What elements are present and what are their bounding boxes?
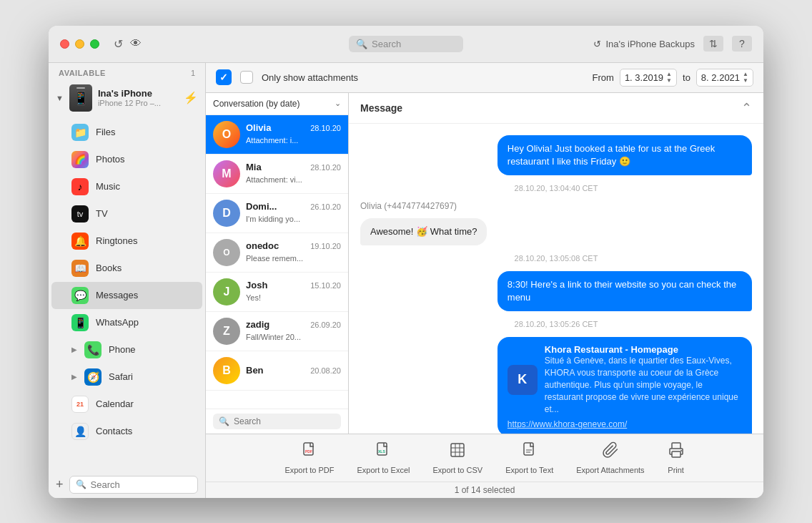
- device-model: iPhone 12 Pro –...: [98, 99, 178, 107]
- to-date-stepper[interactable]: ▲ ▼: [743, 72, 748, 84]
- conv-item-zadig[interactable]: Z zadig 26.09.20 Fall/Winter 20...: [206, 312, 348, 351]
- svg-rect-13: [672, 451, 680, 457]
- sidebar-item-label: WhatsApp: [96, 317, 139, 328]
- export-attachments-icon: [602, 441, 619, 463]
- sidebar-footer: + 🔍: [49, 471, 205, 498]
- sidebar-item-label: Files: [96, 127, 115, 137]
- calendar-icon: 21: [71, 396, 89, 413]
- conv-header: Olivia 28.10.20: [246, 122, 341, 133]
- export-text-button[interactable]: Export to Text: [505, 441, 553, 474]
- sidebar-item-safari[interactable]: ▶ 🧭 Safari: [51, 363, 202, 391]
- message-pane: Message ⌃ Hey Olivia! Just booked a tabl…: [349, 93, 763, 434]
- close-button[interactable]: [60, 39, 69, 49]
- from-date-stepper[interactable]: ▲ ▼: [666, 72, 672, 84]
- from-label: From: [593, 72, 614, 83]
- link-preview-logo: K: [508, 365, 538, 395]
- refresh-icon[interactable]: ↺: [114, 37, 123, 51]
- from-date-value: 1. 3.2019: [625, 72, 663, 83]
- from-date-input[interactable]: 1. 3.2019 ▲ ▼: [620, 69, 677, 87]
- sidebar-item-messages[interactable]: 💬 Messages: [51, 282, 202, 309]
- conv-header: onedoc 19.10.20: [246, 240, 341, 251]
- sidebar-item-contacts[interactable]: 👤 Contacts: [51, 418, 202, 445]
- print-button[interactable]: Print: [668, 441, 685, 474]
- sidebar-item-whatsapp[interactable]: 📱 WhatsApp: [51, 309, 202, 336]
- maximize-button[interactable]: [90, 39, 99, 49]
- export-attachments-button[interactable]: Export Attachments: [576, 441, 644, 474]
- conv-date: 20.08.20: [310, 366, 341, 375]
- checkbox-checked-icon[interactable]: ✓: [216, 69, 232, 85]
- sidebar-item-label: Books: [96, 263, 122, 273]
- conv-avatar-onedoc: O: [213, 239, 240, 266]
- export-pdf-button[interactable]: PDF Export to PDF: [284, 441, 334, 474]
- sort-button[interactable]: ⇅: [703, 36, 723, 52]
- books-icon: 📖: [71, 260, 89, 277]
- conv-avatar-mia: M: [213, 160, 240, 187]
- conv-search-input[interactable]: [234, 416, 335, 426]
- conv-name: Ben: [246, 365, 264, 376]
- conv-search-box[interactable]: 🔍: [213, 414, 341, 429]
- sidebar-search-input[interactable]: [91, 479, 192, 490]
- safari-chevron-icon: ▶: [71, 373, 77, 381]
- export-pdf-label: Export to PDF: [284, 466, 334, 474]
- help-button[interactable]: ?: [732, 36, 752, 52]
- sidebar-item-tv[interactable]: tv TV: [51, 200, 202, 228]
- sidebar-item-ringtones[interactable]: 🔔 Ringtones: [51, 228, 202, 255]
- export-csv-button[interactable]: Export to CSV: [432, 441, 482, 474]
- conv-item-josh[interactable]: J Josh 15.10.20 Yes!: [206, 273, 348, 312]
- ringtones-icon: 🔔: [71, 233, 89, 250]
- conv-avatar-ben: B: [213, 357, 240, 384]
- conv-item-olivia[interactable]: O Olivia 28.10.20 Attachment: i...: [206, 115, 348, 155]
- eye-icon[interactable]: 👁: [130, 37, 142, 50]
- from-date-down[interactable]: ▼: [666, 78, 672, 84]
- sidebar-item-label: Photos: [96, 154, 124, 165]
- conv-name: Mia: [246, 162, 262, 172]
- titlebar-right: ↺ Ina's iPhone Backups ⇅ ?: [593, 36, 752, 52]
- conv-item-domi[interactable]: D Domi... 26.10.20 I'm kidding yo...: [206, 194, 348, 233]
- attachments-checkbox[interactable]: [240, 71, 253, 84]
- whatsapp-icon: 📱: [71, 314, 89, 331]
- conv-header: Domi... 26.10.20: [246, 201, 341, 212]
- minimize-button[interactable]: [75, 39, 84, 49]
- device-row[interactable]: ▼ 📱 Ina's iPhone iPhone 12 Pro –... ⚡: [49, 80, 205, 116]
- conv-date: 28.10.20: [310, 124, 341, 132]
- conv-date: 15.10.20: [310, 281, 341, 290]
- conv-list-header: Conversation (by date) ⌄: [206, 93, 348, 115]
- sidebar-item-calendar[interactable]: 21 Calendar: [51, 391, 202, 418]
- sidebar-item-phone[interactable]: ▶ 📞 Phone: [51, 336, 202, 363]
- middle-pane: Conversation (by date) ⌄ O Olivia 28.10.…: [206, 93, 763, 434]
- sidebar-item-books[interactable]: 📖 Books: [51, 255, 202, 282]
- conv-sort-label[interactable]: Conversation (by date): [213, 99, 330, 109]
- conversation-list: Conversation (by date) ⌄ O Olivia 28.10.…: [206, 93, 349, 434]
- add-icon[interactable]: +: [56, 477, 64, 492]
- sidebar-item-label: Calendar: [96, 399, 134, 409]
- sidebar-item-files[interactable]: 📁 Files: [51, 119, 202, 146]
- main-layout: AVAILABLE 1 ▼ 📱 Ina's iPhone iPhone 12 P…: [49, 63, 763, 498]
- export-excel-button[interactable]: XLS Export to Excel: [357, 441, 410, 474]
- to-date-down[interactable]: ▼: [743, 78, 748, 84]
- conv-item-ben[interactable]: B Ben 20.08.20: [206, 351, 348, 391]
- titlebar-center: 🔍 Search: [349, 36, 463, 52]
- conv-header: Ben 20.08.20: [246, 365, 341, 376]
- conv-info-domi: Domi... 26.10.20 I'm kidding yo...: [246, 201, 341, 225]
- sidebar-search[interactable]: 🔍: [69, 476, 198, 494]
- conv-item-mia[interactable]: M Mia 28.10.20 Attachment: vi...: [206, 155, 348, 194]
- collapse-icon[interactable]: ⌃: [741, 100, 752, 116]
- phone-chevron-icon: ▶: [71, 346, 77, 353]
- to-date-up[interactable]: ▲: [743, 72, 748, 77]
- link-preview-url[interactable]: https://www.khora-geneve.com/: [508, 419, 742, 429]
- global-search-bar[interactable]: 🔍 Search: [349, 36, 463, 52]
- to-date-input[interactable]: 8. 2.2021 ▲ ▼: [696, 69, 753, 87]
- conv-date: 26.10.20: [310, 202, 341, 211]
- conv-info-zadig: zadig 26.09.20 Fall/Winter 20...: [246, 319, 341, 343]
- link-preview-title: Khora Restaurant - Homepage: [545, 344, 742, 355]
- message-bubble-received-1: Awesome! 🥳 What time?: [360, 218, 487, 245]
- sidebar-item-photos[interactable]: 🌈 Photos: [51, 146, 202, 173]
- content-area: ✓ Only show attachments From 1. 3.2019 ▲…: [206, 63, 763, 498]
- conv-sort-chevron-icon[interactable]: ⌄: [335, 99, 341, 108]
- export-csv-label: Export to CSV: [432, 466, 482, 474]
- conv-item-onedoc[interactable]: O onedoc 19.10.20 Please remem...: [206, 233, 348, 273]
- from-date-up[interactable]: ▲: [666, 72, 672, 77]
- device-name: Ina's iPhone: [98, 88, 178, 99]
- message-bubble-sent-1: Hey Olivia! Just booked a table for us a…: [497, 135, 752, 175]
- sidebar-item-music[interactable]: ♪ Music: [51, 173, 202, 200]
